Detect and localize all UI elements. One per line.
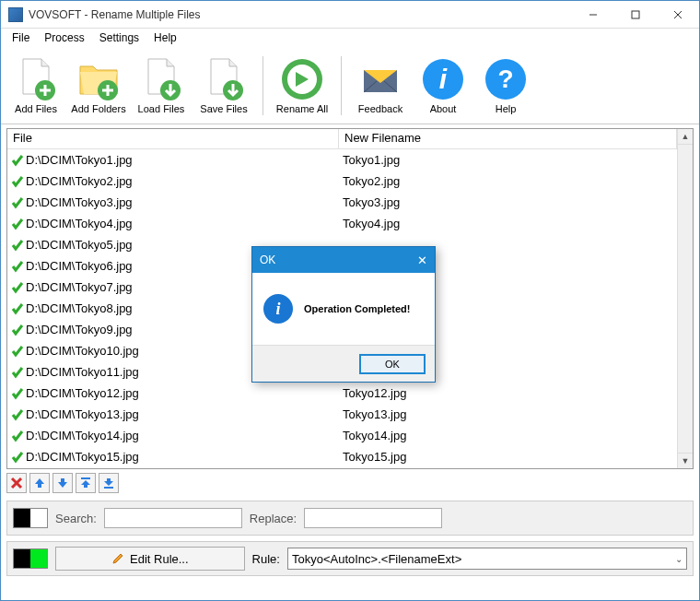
- rule-panel: Edit Rule... Rule: Tokyo<AutoInc>.<Filen…: [6, 541, 694, 576]
- new-filename: Tokyo4.jpg: [339, 217, 677, 230]
- column-new-filename[interactable]: New Filename: [339, 129, 677, 148]
- scroll-down-button[interactable]: ▼: [678, 453, 693, 468]
- envelope-icon: [358, 57, 402, 101]
- file-plus-icon: [14, 57, 58, 101]
- titlebar: VOVSOFT - Rename Multiple Files: [1, 1, 699, 29]
- check-icon: [11, 324, 24, 336]
- rename-all-button[interactable]: Rename All: [271, 49, 333, 123]
- save-files-icon: [202, 57, 246, 101]
- table-row[interactable]: D:\DCIM\Tokyo12.jpgTokyo12.jpg: [7, 383, 677, 404]
- rename-all-icon: [280, 57, 324, 101]
- menu-process[interactable]: Process: [37, 29, 91, 46]
- table-row[interactable]: D:\DCIM\Tokyo15.jpgTokyo15.jpg: [7, 446, 677, 467]
- edit-rule-button[interactable]: Edit Rule...: [55, 547, 245, 571]
- dialog-ok-button[interactable]: OK: [359, 354, 426, 374]
- add-folders-button[interactable]: Add Folders: [67, 49, 130, 123]
- help-button[interactable]: ? Help: [474, 49, 537, 123]
- file-path: D:\DCIM\Tokyo12.jpg: [26, 386, 139, 400]
- file-path: D:\DCIM\Tokyo13.jpg: [26, 407, 139, 421]
- minimize-button[interactable]: [572, 1, 614, 29]
- remove-button[interactable]: [6, 473, 27, 493]
- search-input[interactable]: [104, 508, 242, 528]
- about-button[interactable]: i About: [412, 49, 474, 123]
- table-row[interactable]: D:\DCIM\Tokyo14.jpgTokyo14.jpg: [7, 425, 677, 446]
- about-label: About: [430, 103, 457, 114]
- toolbar-separator: [341, 56, 342, 115]
- table-row[interactable]: D:\DCIM\Tokyo1.jpgTokyo1.jpg: [7, 149, 677, 171]
- list-header: File New Filename: [7, 129, 677, 149]
- file-path: D:\DCIM\Tokyo8.jpg: [26, 301, 133, 315]
- toolbar: Add Files Add Folders Load Files Save Fi…: [1, 47, 699, 124]
- feedback-button[interactable]: Feedback: [349, 49, 412, 123]
- close-button[interactable]: [657, 1, 699, 29]
- table-row[interactable]: D:\DCIM\Tokyo4.jpgTokyo4.jpg: [7, 213, 677, 234]
- add-folders-label: Add Folders: [71, 103, 125, 114]
- feedback-label: Feedback: [358, 103, 402, 114]
- svg-text:?: ?: [497, 65, 513, 93]
- check-icon: [11, 408, 24, 421]
- check-icon: [11, 239, 24, 252]
- scrollbar[interactable]: ▲ ▼: [677, 129, 693, 468]
- rule-label: Rule:: [252, 552, 280, 566]
- scroll-up-button[interactable]: ▲: [678, 129, 693, 145]
- menu-help[interactable]: Help: [146, 29, 184, 46]
- app-icon: [8, 7, 23, 22]
- svg-rect-17: [81, 477, 90, 479]
- save-files-label: Save Files: [200, 103, 247, 114]
- new-filename: Tokyo1.jpg: [339, 153, 677, 167]
- rename-all-label: Rename All: [276, 103, 328, 114]
- check-icon: [11, 345, 24, 358]
- menubar: File Process Settings Help: [1, 29, 699, 47]
- move-bottom-button[interactable]: [99, 473, 119, 493]
- check-icon: [11, 451, 24, 464]
- maximize-button[interactable]: [614, 1, 657, 29]
- move-top-button[interactable]: [76, 473, 96, 493]
- table-row[interactable]: D:\DCIM\Tokyo3.jpgTokyo3.jpg: [7, 192, 677, 213]
- load-files-icon: [139, 57, 183, 101]
- check-icon: [11, 218, 24, 230]
- save-files-button[interactable]: Save Files: [192, 49, 255, 123]
- new-filename: Tokyo13.jpg: [339, 407, 677, 421]
- svg-text:i: i: [439, 64, 448, 94]
- table-row[interactable]: D:\DCIM\Tokyo2.jpgTokyo2.jpg: [7, 171, 677, 192]
- move-down-button[interactable]: [52, 473, 73, 493]
- new-filename: Tokyo12.jpg: [339, 386, 677, 400]
- search-panel: Search: Replace:: [6, 501, 694, 536]
- file-path: D:\DCIM\Tokyo6.jpg: [26, 259, 133, 273]
- edit-rule-label: Edit Rule...: [130, 552, 189, 566]
- new-filename: Tokyo2.jpg: [339, 174, 677, 188]
- dialog-message: Operation Completed!: [304, 303, 411, 314]
- file-path: D:\DCIM\Tokyo7.jpg: [26, 280, 133, 294]
- svg-rect-18: [104, 487, 113, 489]
- column-file[interactable]: File: [7, 129, 339, 148]
- question-icon: ?: [484, 57, 528, 101]
- load-files-button[interactable]: Load Files: [130, 49, 192, 123]
- check-icon: [11, 281, 24, 294]
- dialog-close-button[interactable]: ✕: [417, 253, 427, 267]
- rule-color-indicator[interactable]: [13, 548, 48, 569]
- file-path: D:\DCIM\Tokyo2.jpg: [26, 174, 133, 188]
- move-up-button[interactable]: [29, 473, 50, 493]
- search-color-indicator[interactable]: [13, 508, 48, 528]
- new-filename: Tokyo15.jpg: [339, 450, 677, 464]
- file-path: D:\DCIM\Tokyo5.jpg: [26, 238, 133, 252]
- info-icon: i: [421, 57, 465, 101]
- menu-settings[interactable]: Settings: [92, 29, 146, 46]
- file-path: D:\DCIM\Tokyo9.jpg: [26, 323, 133, 336]
- replace-label: Replace:: [250, 512, 297, 525]
- ok-dialog: OK ✕ i Operation Completed! OK: [251, 246, 436, 383]
- add-files-label: Add Files: [15, 103, 57, 114]
- menu-file[interactable]: File: [5, 29, 37, 46]
- file-path: D:\DCIM\Tokyo4.jpg: [26, 217, 133, 230]
- file-path: D:\DCIM\Tokyo11.jpg: [26, 365, 139, 379]
- file-path: D:\DCIM\Tokyo10.jpg: [26, 344, 139, 358]
- new-filename: Tokyo3.jpg: [339, 195, 677, 209]
- window-title: VOVSOFT - Rename Multiple Files: [29, 8, 572, 21]
- rule-combo[interactable]: Tokyo<AutoInc>.<FilenameExt> ⌄: [287, 548, 687, 570]
- replace-input[interactable]: [304, 508, 442, 528]
- file-path: D:\DCIM\Tokyo1.jpg: [26, 153, 133, 167]
- check-icon: [11, 302, 24, 315]
- table-row[interactable]: D:\DCIM\Tokyo13.jpgTokyo13.jpg: [7, 404, 677, 425]
- check-icon: [11, 175, 24, 188]
- add-files-button[interactable]: Add Files: [5, 49, 67, 123]
